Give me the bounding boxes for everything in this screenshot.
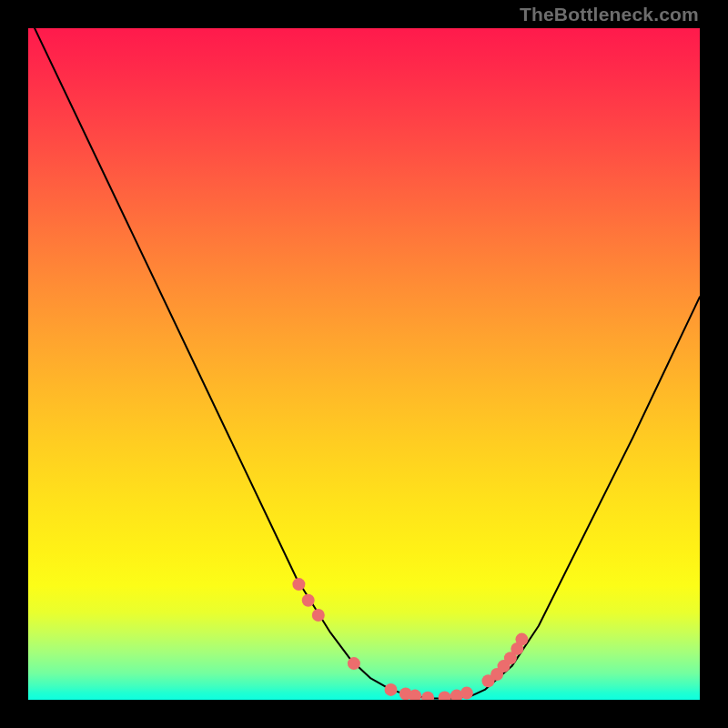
curve-layer (28, 28, 700, 700)
marker-dot (515, 633, 528, 646)
watermark-text: TheBottleneck.com (520, 4, 699, 25)
marker-dot (460, 687, 473, 700)
marker-dot (385, 683, 398, 696)
marker-dot (292, 578, 305, 591)
marker-dot (312, 609, 325, 622)
main-curve (28, 28, 700, 698)
chart-frame: TheBottleneck.com (0, 0, 728, 728)
plot-area (28, 28, 700, 700)
marker-dot (421, 692, 434, 700)
marker-dot (302, 594, 315, 607)
curve-markers (292, 578, 528, 700)
marker-dot (348, 657, 360, 670)
marker-dot (439, 691, 451, 700)
